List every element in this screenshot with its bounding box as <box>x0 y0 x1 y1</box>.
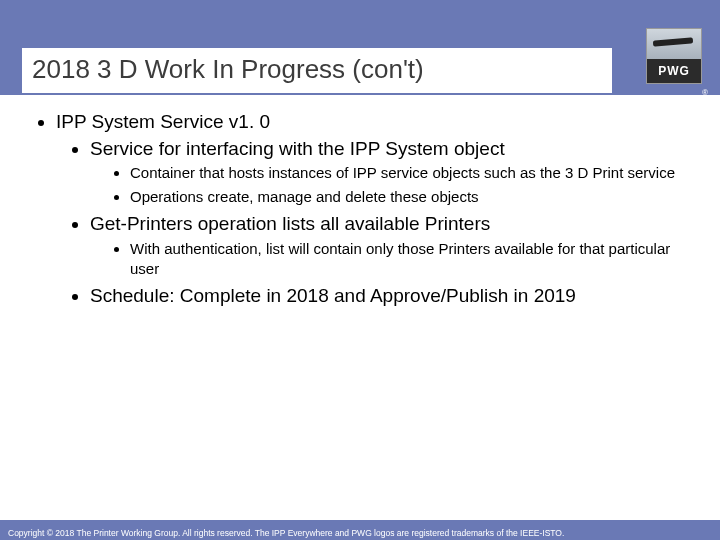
logo-label: PWG <box>647 59 701 83</box>
bullet-text: Operations create, manage and delete the… <box>130 188 479 205</box>
bullet-text: With authentication, list will contain o… <box>130 240 670 277</box>
slide: 2018 3 D Work In Progress (con't) PWG ® … <box>0 0 720 540</box>
bullet-text: Service for interfacing with the IPP Sys… <box>90 138 505 159</box>
bullet-l2: Get-Printers operation lists all availab… <box>90 212 690 278</box>
bullet-text: IPP System Service v1. 0 <box>56 111 270 132</box>
pwg-logo: PWG <box>646 28 702 84</box>
bullet-l3: Operations create, manage and delete the… <box>130 187 690 207</box>
bullet-l2: Schedule: Complete in 2018 and Approve/P… <box>90 284 690 309</box>
trademark-symbol: ® <box>702 88 708 97</box>
footer-band: Copyright © 2018 The Printer Working Gro… <box>0 520 720 540</box>
content-area: IPP System Service v1. 0 Service for int… <box>30 110 690 313</box>
footer-copyright: Copyright © 2018 The Printer Working Gro… <box>8 528 564 538</box>
bullet-l3: With authentication, list will contain o… <box>130 239 690 278</box>
bullet-l1: IPP System Service v1. 0 Service for int… <box>56 110 690 309</box>
bullet-l3: Container that hosts instances of IPP se… <box>130 163 690 183</box>
printer-icon <box>647 29 701 59</box>
bullet-text: Container that hosts instances of IPP se… <box>130 164 675 181</box>
bullet-text: Schedule: Complete in 2018 and Approve/P… <box>90 285 576 306</box>
slide-title: 2018 3 D Work In Progress (con't) <box>22 48 612 93</box>
bullet-text: Get-Printers operation lists all availab… <box>90 213 490 234</box>
bullet-l2: Service for interfacing with the IPP Sys… <box>90 137 690 207</box>
